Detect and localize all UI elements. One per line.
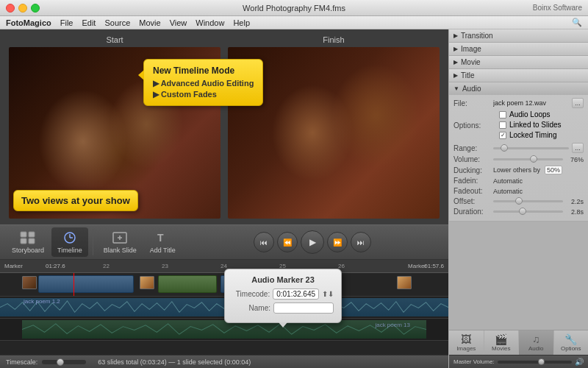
timeline-button[interactable]: Timeline: [51, 227, 88, 257]
timecode-value[interactable]: 0:01:32.645: [273, 289, 319, 300]
linked-slides-checkbox[interactable]: [499, 121, 506, 129]
timecode-field: Timecode: 0:01:32.645 ⬆⬇: [232, 289, 334, 300]
two-views-label: Two views at your show: [13, 190, 138, 211]
fadeout-value: Automatic: [493, 188, 523, 195]
audio-loops-row: Audio Loops: [493, 110, 562, 118]
volume-row: Volume: 76%: [453, 155, 584, 163]
close-button[interactable]: [6, 4, 15, 13]
locked-timing-checkbox[interactable]: [499, 132, 506, 139]
panel-spacer: [449, 222, 588, 330]
offset-thumb[interactable]: [515, 197, 523, 205]
forward-button[interactable]: ⏩: [327, 232, 348, 252]
image-header[interactable]: ▶ Image: [449, 43, 588, 55]
timecode-stepper[interactable]: ⬆⬇: [322, 290, 334, 298]
images-tab[interactable]: 🖼 Images: [449, 330, 484, 355]
master-volume-thumb[interactable]: [538, 358, 545, 365]
back-button[interactable]: ⏪: [277, 232, 298, 252]
title-bar: World Photography FM4.fms Boinx Software: [0, 0, 588, 16]
menu-source[interactable]: Source: [104, 18, 130, 27]
fadeout-row: Fadeout: Automatic: [453, 187, 584, 195]
audio-header[interactable]: ▼ Audio: [449, 82, 588, 95]
menu-window[interactable]: Window: [196, 18, 224, 27]
triangle-icon-3: ▶: [453, 59, 458, 66]
range-slider[interactable]: [493, 147, 569, 149]
content-area: Start Finish New Timeline Mode Advanced …: [0, 29, 448, 368]
maximize-button[interactable]: [31, 4, 40, 13]
window-title: World Photography FM4.fms: [243, 4, 345, 13]
audio-loops-label: Audio Loops: [509, 110, 551, 118]
audio-loops-checkbox[interactable]: [499, 111, 506, 118]
video-clip-2[interactable]: [140, 276, 154, 289]
title-section-header[interactable]: ▶ Title: [449, 69, 588, 82]
end-button[interactable]: ⏭: [351, 232, 371, 252]
triangle-icon-4: ▶: [453, 72, 458, 79]
file-row: File: jack poem 12.wav …: [453, 98, 584, 108]
master-volume-slider[interactable]: [498, 361, 572, 364]
title-section-label: Title: [461, 71, 475, 79]
video-clip-green[interactable]: [158, 275, 217, 293]
audio-marker-popup[interactable]: Audio Marker 23 Timecode: 0:01:32.645 ⬆⬇…: [224, 269, 342, 323]
images-icon: 🖼: [461, 333, 471, 345]
video-clip-1[interactable]: [22, 276, 37, 289]
range-btn[interactable]: …: [572, 143, 584, 153]
panel-icon-bar: 🖼 Images 🎬 Movies ♫ Audio 🔧 Options: [449, 330, 588, 355]
timescale-label: Timescale:: [6, 358, 37, 366]
offset-slider[interactable]: [493, 200, 563, 202]
file-value: jack poem 12.wav: [493, 99, 569, 107]
rewind-button[interactable]: ⏮: [254, 232, 274, 252]
movies-tab[interactable]: 🎬 Movies: [484, 330, 520, 355]
fadein-row: Fadein: Automatic: [453, 177, 584, 185]
audio-section-label: Audio: [462, 85, 481, 93]
storyboard-button[interactable]: Storyboard: [6, 227, 50, 257]
main-container: Start Finish New Timeline Mode Advanced …: [0, 29, 588, 368]
audio-track-2: jack poem 13: [0, 319, 448, 341]
file-browse-button[interactable]: …: [572, 98, 584, 108]
minimize-button[interactable]: [18, 4, 27, 13]
locked-timing-label: Locked Timing: [509, 131, 556, 139]
fadein-value: Automatic: [493, 177, 523, 185]
volume-slider[interactable]: [493, 158, 563, 160]
menu-view[interactable]: View: [170, 18, 187, 27]
right-panel: ▶ Transition ▶ Image ▶ Movie ▶ Title: [448, 29, 588, 368]
menu-file[interactable]: File: [60, 18, 74, 27]
file-label: File:: [453, 99, 490, 107]
svg-rect-2: [21, 238, 26, 244]
range-label: Range:: [453, 144, 490, 152]
audio-track-label-2: jack poem 13: [373, 320, 412, 330]
range-thumb[interactable]: [501, 144, 508, 152]
movies-icon: 🎬: [495, 333, 507, 345]
triangle-icon-2: ▶: [453, 46, 458, 52]
play-button[interactable]: ▶: [301, 230, 324, 254]
svg-text:T: T: [157, 232, 164, 244]
duration-thumb[interactable]: [519, 208, 526, 215]
transition-header[interactable]: ▶ Transition: [449, 29, 588, 42]
add-title-button[interactable]: T Add Title: [144, 227, 182, 257]
timescale-thumb[interactable]: [57, 358, 64, 366]
storyboard-icon: [19, 230, 37, 245]
name-value[interactable]: [273, 302, 334, 314]
options-tab[interactable]: 🔧 Options: [554, 330, 589, 355]
timecode-label: Timecode:: [232, 290, 270, 298]
duration-slider[interactable]: [493, 210, 563, 213]
section-movie: ▶ Movie: [449, 56, 588, 69]
video-clip-block[interactable]: [38, 275, 134, 293]
volume-thumb[interactable]: [530, 155, 537, 163]
video-clip-3[interactable]: [397, 276, 412, 289]
timescale-slider[interactable]: [42, 360, 86, 364]
options-icon: 🔧: [564, 333, 577, 345]
finish-label: Finish: [323, 35, 344, 44]
movie-header[interactable]: ▶ Movie: [449, 56, 588, 68]
playhead: [74, 273, 74, 296]
audio-marker-title: Audio Marker 23: [232, 275, 334, 284]
toolbar-separator-1: [93, 229, 93, 255]
search-icon[interactable]: 🔍: [572, 18, 582, 27]
menu-edit[interactable]: Edit: [82, 18, 96, 27]
menu-movie[interactable]: Movie: [139, 18, 160, 27]
blank-slide-button[interactable]: Blank Slide: [98, 227, 143, 257]
menu-fotmagico[interactable]: FotoMagico: [6, 18, 51, 27]
options-label: Options:: [453, 121, 490, 130]
ducking-pct[interactable]: 50%: [545, 166, 562, 174]
tooltip-item-2: Custom Fades: [153, 90, 254, 99]
audio-tab[interactable]: ♫ Audio: [519, 330, 554, 355]
menu-help[interactable]: Help: [233, 18, 250, 27]
